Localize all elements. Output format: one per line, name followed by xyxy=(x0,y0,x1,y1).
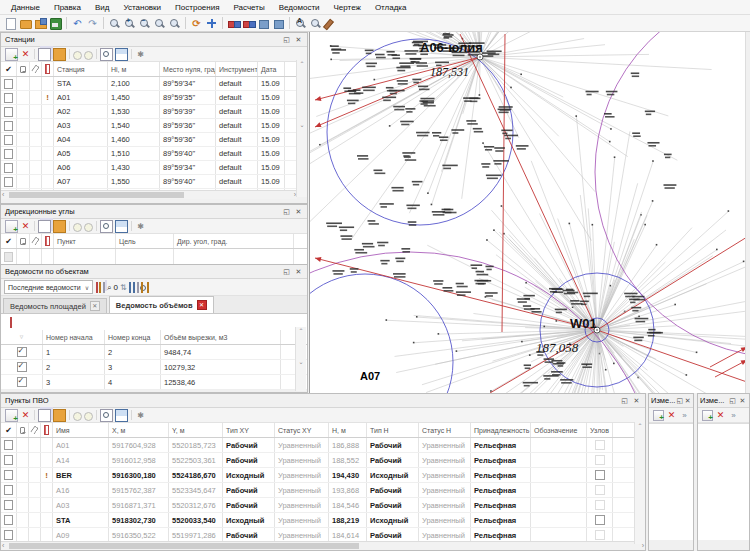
fit-view-icon[interactable] xyxy=(205,17,218,30)
delete-row-icon[interactable]: ✕ xyxy=(20,410,31,421)
import-icon[interactable] xyxy=(34,17,47,30)
zoom-page-icon[interactable] xyxy=(153,17,166,30)
node-checkbox[interactable] xyxy=(595,440,605,450)
column-header[interactable]: Номер начала xyxy=(43,330,105,344)
close-panel-icon[interactable]: ✕ xyxy=(738,396,747,405)
export-tree-icon[interactable] xyxy=(133,282,135,293)
settings-icon[interactable]: ✱ xyxy=(135,221,146,232)
row-checkbox[interactable] xyxy=(17,377,27,387)
column-header[interactable]: ✔ xyxy=(1,62,17,76)
table-row[interactable]: A061,43089°59'34"default15.09 xyxy=(1,161,307,175)
redo-icon[interactable]: ↷ xyxy=(86,17,99,30)
float-panel-icon[interactable]: ◱ xyxy=(620,396,629,405)
menu-item-1[interactable]: Данные xyxy=(4,1,47,14)
refresh-icon[interactable]: ⟳ xyxy=(190,17,203,30)
table-row[interactable]: A165915762,3875523345,647РабочийУравненн… xyxy=(1,483,645,498)
new-icon[interactable] xyxy=(4,17,17,30)
tab-2[interactable]: Ведомость объёмов✕ xyxy=(109,296,214,313)
points-hscrollbar[interactable]: ‹ › xyxy=(1,541,645,550)
table-row[interactable]: 3412538,46 xyxy=(1,375,307,390)
add-row-icon[interactable] xyxy=(5,220,18,233)
copy-icon[interactable] xyxy=(38,409,51,422)
area-table-icon[interactable] xyxy=(5,317,16,328)
table-row[interactable]: STA2,10089°59'34"default15.09 xyxy=(1,77,307,91)
column-header[interactable] xyxy=(17,62,30,76)
float-panel-icon[interactable]: ◱ xyxy=(676,396,683,405)
bulb-on-icon[interactable] xyxy=(84,412,93,421)
monitor-icon[interactable] xyxy=(272,17,285,30)
delete-row-icon[interactable]: ✕ xyxy=(666,410,677,421)
column-header[interactable] xyxy=(30,234,42,248)
menu-item-7[interactable]: Ведомости xyxy=(272,1,327,14)
column-header[interactable]: Номер конца xyxy=(105,330,161,344)
table-row[interactable]: STA5918302,7305520033,540ИсходныйУравнен… xyxy=(1,513,645,528)
paste-icon[interactable] xyxy=(53,220,66,233)
table-row[interactable]: A015917604,9285520185,723РабочийУравненн… xyxy=(1,438,645,453)
zero-icon[interactable]: 0 xyxy=(114,283,118,292)
table-row[interactable]: A071,55089°59'40"default15.09 xyxy=(1,175,307,189)
column-header[interactable]: Тип XY xyxy=(223,423,275,437)
menu-item-5[interactable]: Построения xyxy=(168,1,226,14)
menu-item-3[interactable]: Вид xyxy=(88,1,116,14)
copy-icon[interactable] xyxy=(38,220,51,233)
table-row[interactable]: A021,53089°59'39"default15.09 xyxy=(1,105,307,119)
table-row[interactable]: A035916871,3715520312,676РабочийУравненн… xyxy=(1,498,645,513)
settings-icon[interactable]: ✱ xyxy=(135,49,146,60)
column-header[interactable]: Узлов xyxy=(587,423,613,437)
column-header[interactable]: H, м xyxy=(329,423,367,437)
delete-row-icon[interactable]: ✕ xyxy=(715,410,726,421)
column-header[interactable]: Инструмент xyxy=(216,62,258,76)
column-header[interactable]: Принадлежность xyxy=(471,423,531,437)
row-checkbox[interactable] xyxy=(17,347,27,357)
column-header[interactable]: Y, м xyxy=(169,423,223,437)
delete-row-icon[interactable]: ✕ xyxy=(20,49,31,60)
column-header[interactable]: X, м xyxy=(109,423,169,437)
pan-left-icon[interactable] xyxy=(227,17,240,30)
tab-close-icon[interactable]: ✕ xyxy=(90,301,100,311)
zoom-cursor-icon[interactable] xyxy=(108,17,121,30)
node-checkbox[interactable] xyxy=(595,530,605,540)
volumes-vscrollbar[interactable]: ⌃⌄ xyxy=(295,327,306,391)
undo-icon[interactable]: ↶ xyxy=(71,17,84,30)
close-panel-icon[interactable]: ✕ xyxy=(294,267,303,276)
column-header[interactable] xyxy=(41,423,53,437)
column-header[interactable]: Дир. угол, град. xyxy=(174,234,294,248)
table-row[interactable]: A145916012,9585522503,361РабочийУравненн… xyxy=(1,453,645,468)
row-checkbox[interactable] xyxy=(4,470,13,480)
save-icon[interactable] xyxy=(49,17,62,30)
preview-icon[interactable] xyxy=(100,48,113,61)
overflow-icon[interactable]: » xyxy=(679,410,690,421)
row-checkbox[interactable] xyxy=(17,362,27,372)
menu-item-4[interactable]: Установки xyxy=(116,1,168,14)
column-header[interactable] xyxy=(30,62,42,76)
overflow-icon[interactable]: » xyxy=(728,410,739,421)
node-checkbox[interactable] xyxy=(595,500,605,510)
table-row[interactable]: 2310279,32 xyxy=(1,360,307,375)
home-icon[interactable] xyxy=(257,17,270,30)
table-row[interactable]: 129484,74 xyxy=(1,345,307,360)
column-header[interactable]: ✔ xyxy=(1,234,17,248)
table-row[interactable]: A031,54089°59'36"default15.09 xyxy=(1,119,307,133)
brush-icon[interactable] xyxy=(324,17,337,30)
sheets-dropdown[interactable]: Последние ведомости ∨ xyxy=(4,280,93,294)
column-header[interactable] xyxy=(17,234,30,248)
column-header[interactable]: Станция xyxy=(54,62,108,76)
update-icon[interactable]: ⇅ xyxy=(120,283,127,292)
row-checkbox[interactable] xyxy=(4,530,13,540)
row-checkbox[interactable] xyxy=(4,440,13,450)
column-header[interactable]: Статус H xyxy=(419,423,471,437)
plan-view-canvas[interactable]: А06-юлия187,531W01187,058A07 xyxy=(309,32,750,393)
column-header[interactable]: Место нуля, град xyxy=(160,62,216,76)
menu-item-8[interactable]: Чертеж xyxy=(327,1,368,14)
open-sheet-icon[interactable] xyxy=(99,282,101,293)
bulb-off-icon[interactable] xyxy=(73,412,82,421)
float-panel-icon[interactable]: ◱ xyxy=(282,35,291,44)
tree-icon[interactable] xyxy=(129,282,131,293)
column-header[interactable]: Цель xyxy=(116,234,174,248)
zoom-pointer-icon[interactable] xyxy=(168,17,181,30)
close-panel-icon[interactable]: ✕ xyxy=(294,207,303,216)
row-checkbox[interactable] xyxy=(4,500,13,510)
menu-item-9[interactable]: Отладка xyxy=(368,1,414,14)
column-header[interactable]: Дата xyxy=(258,62,285,76)
tab-1[interactable]: Ведомость площадей✕ xyxy=(3,298,107,313)
